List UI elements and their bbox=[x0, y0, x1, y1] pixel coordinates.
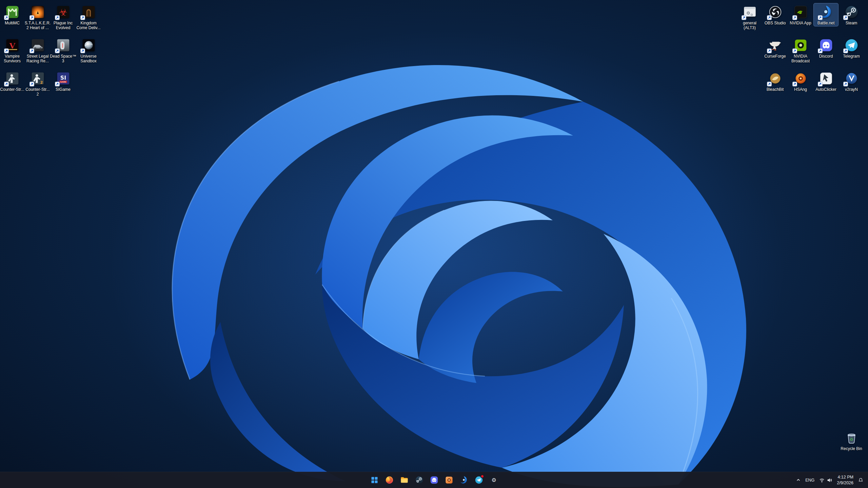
desktop-icon-label: Dead Space™ 3 bbox=[48, 54, 78, 63]
desktop-icon-label: CurseForge bbox=[761, 54, 790, 59]
svg-text:GAME: GAME bbox=[60, 81, 66, 83]
taskbar-start-button[interactable] bbox=[367, 473, 382, 488]
chevron-up-icon bbox=[796, 478, 801, 482]
shortcut-arrow-overlay bbox=[818, 82, 823, 86]
multimc-icon bbox=[5, 4, 20, 20]
desktop-icon-label: Plague Inc Evolved bbox=[48, 21, 78, 30]
taskbar-discord-button[interactable] bbox=[427, 473, 441, 488]
desktop-icon-label: BleachBit bbox=[761, 87, 790, 92]
desktop-icon-street-legal-racing[interactable]: Street Legal Racing Re... bbox=[25, 37, 50, 64]
taskbar-center: ⚙ bbox=[367, 472, 501, 488]
taskbar-battlenet-button[interactable] bbox=[456, 473, 471, 488]
taskbar: ⚙ ENG 4:12 PM 2/9/2026 bbox=[0, 472, 868, 488]
stalker2-icon bbox=[30, 4, 45, 20]
desktop-icon-label: OBS Studio bbox=[761, 21, 790, 25]
desktop-icon-universe-sandbox[interactable]: Universe Sandbox bbox=[76, 37, 101, 64]
language-indicator[interactable]: ENG bbox=[803, 473, 816, 487]
taskbar-firefox-button[interactable] bbox=[382, 473, 397, 488]
shortcut-arrow-overlay bbox=[818, 15, 823, 20]
desktop-icon-counter-strike-2[interactable]: 2Counter-Str... 2 bbox=[25, 70, 50, 97]
taskbar-settings-button[interactable]: ⚙ bbox=[486, 473, 501, 488]
clock[interactable]: 4:12 PM 2/9/2026 bbox=[835, 473, 855, 487]
shortcut-arrow-overlay bbox=[843, 15, 848, 20]
svg-text:⚙: ⚙ bbox=[746, 11, 750, 16]
shortcut-arrow-overlay bbox=[767, 48, 772, 53]
obs-icon bbox=[768, 4, 783, 20]
taskbar-steam-button[interactable] bbox=[412, 473, 427, 488]
start-icon bbox=[370, 475, 379, 485]
firefox-icon bbox=[385, 475, 394, 485]
shortcut-arrow-overlay bbox=[29, 15, 34, 20]
svg-text:SI: SI bbox=[60, 75, 66, 81]
svg-text:V: V bbox=[9, 41, 15, 50]
svg-text:2: 2 bbox=[40, 80, 43, 85]
shortcut-arrow-overlay bbox=[4, 82, 9, 86]
desktop-icon-plague-inc[interactable]: ☣Plague Inc Evolved bbox=[51, 3, 75, 31]
desktop-icon-label: Universe Sandbox bbox=[74, 54, 103, 63]
taskbar-app-orange-button[interactable] bbox=[441, 473, 456, 488]
desktop-icon-dead-space-3[interactable]: Dead Space™ 3 bbox=[51, 37, 75, 64]
desktop-icon-multimc[interactable]: MultiMC bbox=[0, 3, 24, 26]
plague-icon: ☣ bbox=[56, 4, 71, 20]
desktop-icon-recycle-bin[interactable]: ♻Recycle Bin bbox=[839, 429, 864, 452]
svg-text:⚙: ⚙ bbox=[491, 477, 496, 483]
tray-overflow-chevron[interactable] bbox=[794, 473, 803, 487]
battlenet-icon bbox=[459, 475, 469, 485]
desktop-icon-stalker2[interactable]: S.T.A.L.K.E.R. 2 Heart of ... bbox=[25, 3, 50, 31]
shortcut-arrow-overlay bbox=[4, 15, 9, 20]
explorer-icon bbox=[400, 475, 409, 485]
taskbar-telegram-button[interactable] bbox=[471, 473, 486, 488]
shortcut-arrow-overlay bbox=[55, 48, 60, 53]
desktop-icons-layer: MultiMCS.T.A.L.K.E.R. 2 Heart of ...☣Pla… bbox=[0, 0, 868, 472]
desktop-icon-kingdom-come[interactable]: Kingdom Come Deliv... bbox=[76, 3, 101, 31]
desktop-icon-label: general (ALT3) bbox=[735, 21, 764, 30]
desktop-icon-counter-strike[interactable]: Counter-Str... bbox=[0, 70, 24, 93]
desktop-icon-curseforge[interactable]: CurseForge bbox=[763, 37, 787, 59]
app-orange-icon bbox=[445, 475, 454, 485]
desktop-icon-label: Street Legal Racing Re... bbox=[23, 54, 52, 63]
svg-text:☣: ☣ bbox=[59, 7, 67, 18]
desktop-icon-obs-studio[interactable]: OBS Studio bbox=[763, 3, 787, 26]
shortcut-arrow-overlay bbox=[767, 15, 772, 20]
shortcut-arrow-overlay bbox=[29, 82, 34, 86]
desktop-icon-bleachbit[interactable]: BleachBit bbox=[763, 70, 787, 93]
tray-date: 2/9/2026 bbox=[837, 480, 853, 486]
desktop-icon-label: v2rayN bbox=[837, 87, 866, 92]
desktop-icon-sigame[interactable]: SIGAMESIGame bbox=[51, 70, 75, 93]
notification-badge bbox=[480, 474, 484, 478]
shortcut-arrow-overlay bbox=[843, 48, 848, 53]
quick-settings-button[interactable] bbox=[817, 473, 834, 487]
shortcut-arrow-overlay bbox=[792, 48, 797, 53]
discord-icon bbox=[818, 38, 834, 53]
volume-icon bbox=[827, 477, 832, 483]
desktop-icon-battlenet[interactable]: Battle.net bbox=[814, 3, 838, 26]
desktop-icon-autoclicker[interactable]: AutoClicker bbox=[814, 70, 838, 93]
v2rayn-icon bbox=[844, 71, 859, 86]
desktop-icon-v2rayn[interactable]: v2rayN bbox=[839, 70, 864, 93]
autoclicker-icon bbox=[818, 71, 834, 86]
desktop-icon-telegram[interactable]: Telegram bbox=[839, 37, 864, 59]
bleachbit-icon bbox=[768, 71, 783, 86]
slrr-icon bbox=[30, 38, 45, 53]
desktop-icon-steam[interactable]: Steam bbox=[839, 3, 864, 26]
curseforge-icon bbox=[768, 38, 783, 53]
desktop-icon-label: HSAng bbox=[786, 87, 815, 92]
cs2-icon: 2 bbox=[30, 71, 45, 86]
taskbar-file-explorer-button[interactable] bbox=[397, 473, 412, 488]
desktop-icon-vampire-survivors[interactable]: VVampire Survivors bbox=[0, 37, 24, 64]
desktop-icon-general-alt3[interactable]: ⚙⚙general (ALT3) bbox=[737, 3, 762, 31]
bell-icon bbox=[858, 477, 863, 483]
desktop-icon-label: AutoClicker bbox=[811, 87, 841, 92]
shortcut-arrow-overlay bbox=[29, 48, 34, 53]
desktop-icon-label: Recycle Bin bbox=[837, 446, 866, 451]
notification-bell-button[interactable] bbox=[856, 473, 865, 487]
desktop-icon-hsang[interactable]: HSAng bbox=[788, 70, 813, 93]
deadspace3-icon bbox=[56, 38, 71, 53]
desktop-icon-nvidia-broadcast[interactable]: NVIDIA Broadcast bbox=[788, 37, 813, 64]
desktop-icon-nvidia-app[interactable]: NVIDIA App bbox=[788, 3, 813, 26]
desktop-icon-discord[interactable]: Discord bbox=[814, 37, 838, 59]
shortcut-arrow-overlay bbox=[843, 82, 848, 86]
shortcut-arrow-overlay bbox=[792, 82, 797, 86]
steam-icon bbox=[844, 4, 859, 20]
hsang-icon bbox=[793, 71, 808, 86]
